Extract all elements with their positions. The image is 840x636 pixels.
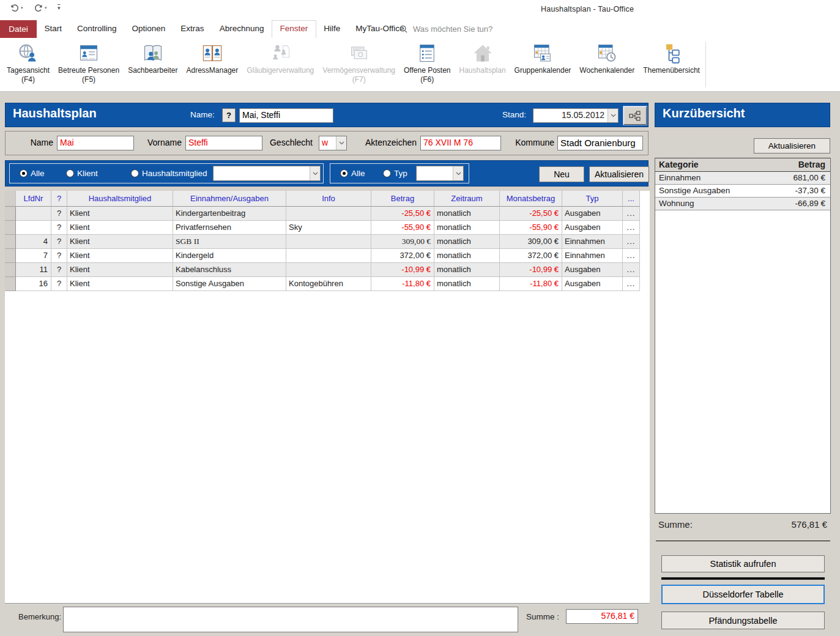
cell-lfdnr[interactable]: 16 — [16, 277, 51, 291]
cell-zeitraum[interactable]: monatlich — [434, 249, 500, 263]
row-selector[interactable] — [5, 249, 16, 263]
tab-hilfe[interactable]: Hilfe — [316, 20, 348, 38]
redo-button[interactable]: ▾ — [34, 3, 47, 13]
cell-einnahmen-ausgaben[interactable]: Kabelanschluss — [173, 263, 286, 277]
neu-button[interactable]: Neu — [539, 166, 584, 182]
stand-date-combo[interactable]: 15.05.2012 — [533, 108, 619, 123]
radio-klient[interactable] — [66, 169, 74, 177]
bemerkung-textarea[interactable] — [63, 607, 518, 632]
cell-haushaltsmitglied[interactable]: Klient — [67, 249, 173, 263]
radio-alle[interactable] — [20, 169, 28, 177]
radio-typ-alle[interactable] — [340, 169, 348, 177]
tab-start[interactable]: Start — [37, 20, 70, 38]
duesseldorfer-tabelle-button[interactable]: Düsseldorfer Tabelle — [661, 585, 825, 604]
cell-question[interactable]: ? — [51, 221, 67, 235]
cell-einnahmen-ausgaben[interactable]: Sonstige Ausgaben — [173, 277, 286, 291]
tab-extras[interactable]: Extras — [173, 20, 212, 38]
cell-row-options-button[interactable]: ... — [623, 235, 640, 249]
row-selector[interactable] — [5, 263, 16, 277]
cell-betrag[interactable]: -25,50 € — [371, 207, 434, 221]
cell-einnahmen-ausgaben[interactable]: Privatfernsehen — [173, 221, 286, 235]
sachbearbeiter-button[interactable]: Sachbearbeiter — [124, 38, 182, 91]
cell-typ[interactable]: Ausgaben — [562, 207, 623, 221]
cell-zeitraum[interactable]: monatlich — [434, 207, 500, 221]
aktualisieren-button[interactable]: Aktualisieren — [589, 166, 649, 182]
themenuebersicht-button[interactable]: Themenübersicht — [639, 38, 704, 91]
kommune-input[interactable]: Stadt Oranienburg — [557, 136, 643, 150]
statistik-aufrufen-button[interactable]: Statistik aufrufen — [661, 555, 825, 572]
cell-row-options-button[interactable]: ... — [623, 207, 640, 221]
cell-info[interactable]: Sky — [286, 221, 371, 235]
cell-zeitraum[interactable]: monatlich — [434, 277, 500, 291]
row-selector[interactable] — [5, 277, 16, 291]
cell-row-options-button[interactable]: ... — [623, 249, 640, 263]
aktenzeichen-input[interactable]: 76 XVII M 76 — [420, 136, 501, 150]
cell-row-options-button[interactable]: ... — [623, 221, 640, 235]
vorname-input[interactable]: Steffi — [185, 136, 262, 150]
gruppenkalender-button[interactable]: Gruppenkalender — [510, 38, 576, 91]
client-name-field[interactable]: Mai, Steffi — [239, 108, 333, 123]
cell-monatsbetrag[interactable]: 309,00 € — [500, 235, 562, 249]
cell-typ[interactable]: Ausgaben — [562, 263, 623, 277]
tab-optionen[interactable]: Optionen — [124, 20, 173, 38]
cell-haushaltsmitglied[interactable]: Klient — [67, 235, 173, 249]
chevron-down-icon[interactable] — [336, 136, 346, 150]
cell-monatsbetrag[interactable]: -25,50 € — [500, 207, 562, 221]
cell-zeitraum[interactable]: monatlich — [434, 221, 500, 235]
cell-einnahmen-ausgaben[interactable]: Kindergartenbeitrag — [173, 207, 286, 221]
cell-monatsbetrag[interactable]: 372,00 € — [500, 249, 562, 263]
relations-button[interactable] — [623, 106, 647, 125]
cell-zeitraum[interactable]: monatlich — [434, 263, 500, 277]
cell-betrag[interactable]: 309,00 € — [371, 235, 434, 249]
cell-row-options-button[interactable]: ... — [623, 277, 640, 291]
row-selector[interactable] — [5, 221, 16, 235]
chevron-down-icon[interactable] — [310, 166, 320, 180]
cell-haushaltsmitglied[interactable]: Klient — [67, 263, 173, 277]
cell-typ[interactable]: Einnahmen — [562, 249, 623, 263]
cell-typ[interactable]: Einnahmen — [562, 235, 623, 249]
cell-question[interactable]: ? — [51, 207, 67, 221]
cell-betrag[interactable]: -11,80 € — [371, 277, 434, 291]
cell-betrag[interactable]: -10,99 € — [371, 263, 434, 277]
customize-quick-access-button[interactable]: ▾ — [58, 5, 61, 11]
tab-fenster[interactable]: Fenster — [272, 20, 316, 38]
radio-typ-label[interactable]: Typ — [394, 169, 407, 178]
cell-betrag[interactable]: 372,00 € — [371, 249, 434, 263]
wochenkalender-button[interactable]: Wochenkalender — [575, 38, 639, 91]
cell-monatsbetrag[interactable]: -11,80 € — [500, 277, 562, 291]
row-selector[interactable] — [5, 207, 16, 221]
geschlecht-combo[interactable]: w — [319, 136, 347, 150]
tagesansicht-button[interactable]: Tagesansicht(F4) — [2, 38, 54, 91]
chevron-down-icon[interactable] — [608, 109, 618, 122]
cell-lfdnr[interactable] — [16, 221, 51, 235]
cell-haushaltsmitglied[interactable]: Klient — [67, 277, 173, 291]
cell-betrag[interactable]: -55,90 € — [371, 221, 434, 235]
cell-zeitraum[interactable]: monatlich — [434, 235, 500, 249]
tab-abrechnung[interactable]: Abrechnung — [212, 20, 272, 38]
cell-lfdnr[interactable]: 11 — [16, 263, 51, 277]
typ-combo[interactable] — [416, 166, 464, 181]
cell-lfdnr[interactable] — [16, 207, 51, 221]
cell-info[interactable] — [286, 263, 371, 277]
cell-question[interactable]: ? — [51, 249, 67, 263]
cell-question[interactable]: ? — [51, 235, 67, 249]
cell-haushaltsmitglied[interactable]: Klient — [67, 221, 173, 235]
radio-typ-alle-label[interactable]: Alle — [351, 169, 365, 178]
chevron-down-icon[interactable] — [453, 166, 463, 180]
haushaltsmitglied-combo[interactable] — [213, 166, 321, 181]
cell-info[interactable] — [286, 207, 371, 221]
adressmanager-button[interactable]: AdressManager — [182, 38, 243, 91]
cell-einnahmen-ausgaben[interactable]: Kindergeld — [173, 249, 286, 263]
radio-alle-label[interactable]: Alle — [31, 169, 45, 178]
cell-lfdnr[interactable]: 4 — [16, 235, 51, 249]
cell-info[interactable] — [286, 235, 371, 249]
cell-row-options-button[interactable]: ... — [623, 263, 640, 277]
pfaendungstabelle-button[interactable]: Pfändungstabelle — [661, 612, 825, 629]
cell-question[interactable]: ? — [51, 263, 67, 277]
betreute-personen-button[interactable]: Betreute Personen(F5) — [54, 38, 124, 91]
cell-monatsbetrag[interactable]: -55,90 € — [500, 221, 562, 235]
radio-klient-label[interactable]: Klient — [77, 169, 98, 178]
cell-einnahmen-ausgaben[interactable]: SGB II — [173, 235, 286, 249]
offene-posten-button[interactable]: Offene Posten(F6) — [400, 38, 455, 91]
ribbon-search[interactable]: Was möchten Sie tun? — [399, 24, 492, 34]
